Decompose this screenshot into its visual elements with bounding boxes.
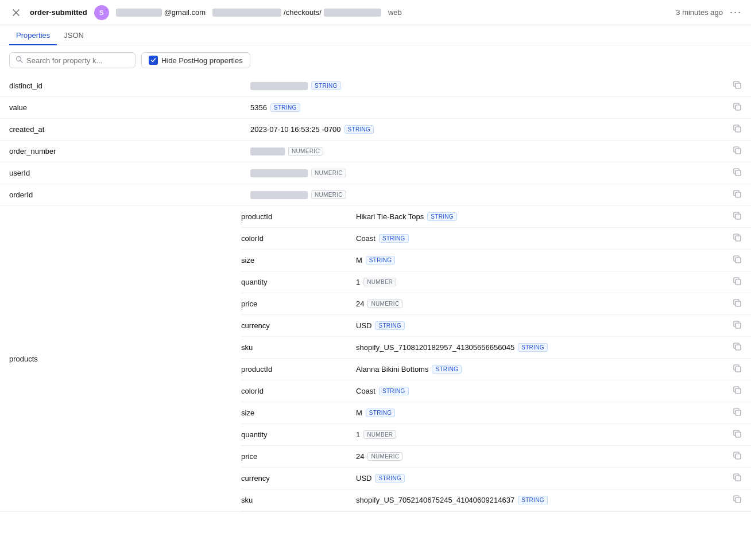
table-row: userId NUMERIC — [0, 162, 751, 184]
event-name: order-submitted — [30, 8, 87, 17]
hide-posthog-checkbox[interactable] — [149, 56, 158, 65]
hide-posthog-button[interactable]: Hide PostHog properties — [141, 52, 250, 68]
prop-key: userId — [0, 162, 241, 184]
svg-rect-7 — [735, 192, 741, 197]
sub-prop-value-cell: 24 NUMERIC — [356, 293, 730, 315]
close-button[interactable] — [9, 6, 23, 20]
sub-prop-key: size — [241, 250, 356, 271]
prop-value-cell: NUMERIC — [241, 141, 723, 162]
svg-rect-11 — [735, 279, 741, 285]
type-badge: STRING — [427, 212, 457, 221]
copy-button[interactable] — [733, 82, 742, 91]
prop-value-cell: NUMERIC — [241, 184, 723, 206]
copy-cell — [730, 315, 751, 337]
copy-button[interactable] — [733, 344, 742, 353]
type-badge: NUMBER — [363, 278, 396, 286]
copy-button[interactable] — [733, 191, 742, 200]
sub-prop-value: shopify_US_7052140675245_41040609214637 — [356, 496, 514, 504]
copy-button[interactable] — [733, 126, 742, 135]
table-row: created_at 2023-07-10 16:53:25 -0700 STR… — [0, 119, 751, 141]
svg-rect-12 — [735, 301, 741, 306]
toolbar: Hide PostHog properties — [0, 45, 751, 75]
email-domain: @gmail.com — [164, 8, 206, 17]
properties-table: distinct_id STRING value 5356 STRING — [0, 75, 751, 512]
search-box[interactable] — [9, 52, 136, 68]
copy-button[interactable] — [733, 365, 742, 375]
type-badge: NUMERIC — [367, 452, 402, 461]
redacted-value — [250, 169, 308, 177]
sub-prop-value-cell: 1 NUMBER — [356, 424, 730, 446]
timestamp: 3 minutes ago — [676, 8, 723, 17]
copy-button[interactable] — [733, 496, 742, 505]
sub-prop-value-cell: Coast STRING — [356, 380, 730, 402]
svg-rect-16 — [735, 388, 741, 394]
sub-table-row: sku shopify_US_7052140675245_41040609214… — [241, 489, 751, 511]
type-badge: STRING — [375, 474, 405, 483]
copy-button[interactable] — [733, 387, 742, 396]
sub-prop-key: size — [241, 402, 356, 424]
products-value-cell: productId Hikari Tie-Back Tops STRING — [241, 206, 751, 512]
svg-rect-6 — [735, 170, 741, 176]
copy-cell — [730, 468, 751, 489]
copy-cell — [730, 206, 751, 228]
copy-button[interactable] — [733, 409, 742, 418]
copy-button[interactable] — [733, 278, 742, 287]
copy-button[interactable] — [733, 147, 742, 157]
sub-prop-key: quantity — [241, 271, 356, 293]
copy-button[interactable] — [733, 104, 742, 113]
sub-table-row: sku shopify_US_7108120182957_41305656656… — [241, 337, 751, 359]
prop-key: distinct_id — [0, 75, 241, 97]
table-row: order_number NUMERIC — [0, 141, 751, 162]
copy-cell — [723, 119, 751, 141]
copy-button[interactable] — [733, 322, 742, 331]
sub-prop-value: Hikari Tie-Back Tops — [356, 212, 424, 221]
copy-button[interactable] — [733, 453, 742, 462]
svg-rect-14 — [735, 345, 741, 350]
svg-rect-13 — [735, 323, 741, 328]
copy-cell — [730, 293, 751, 315]
prop-value-cell: NUMERIC — [241, 162, 723, 184]
sub-prop-value-cell: Coast STRING — [356, 228, 730, 250]
top-bar: order-submitted S @gmail.com /checkouts/… — [0, 0, 751, 25]
sub-prop-value: Coast — [356, 387, 376, 395]
copy-button[interactable] — [733, 169, 742, 178]
tab-properties[interactable]: Properties — [9, 25, 57, 45]
sub-table-row: size M STRING — [241, 250, 751, 271]
copy-button[interactable] — [733, 475, 742, 484]
email-field: @gmail.com — [116, 8, 206, 17]
copy-button[interactable] — [733, 431, 742, 440]
sub-prop-value: 24 — [356, 300, 364, 308]
sub-prop-value: Coast — [356, 234, 376, 243]
sub-prop-value-cell: M STRING — [356, 250, 730, 271]
tab-json[interactable]: JSON — [57, 25, 91, 45]
prop-value-cell: 5356 STRING — [241, 97, 723, 119]
svg-rect-17 — [735, 410, 741, 415]
prop-key: value — [0, 97, 241, 119]
search-input[interactable] — [26, 56, 129, 65]
sub-prop-value: 24 — [356, 452, 364, 461]
sub-table-row: price 24 NUMERIC — [241, 446, 751, 468]
copy-button[interactable] — [733, 235, 742, 244]
svg-rect-15 — [735, 367, 741, 372]
prop-value: 5356 — [250, 103, 267, 112]
type-badge: STRING — [270, 103, 300, 112]
svg-rect-19 — [735, 454, 741, 459]
svg-rect-5 — [735, 149, 741, 154]
copy-button[interactable] — [733, 213, 742, 222]
redacted-value — [250, 82, 308, 90]
copy-cell — [730, 446, 751, 468]
platform: web — [388, 8, 402, 17]
copy-cell — [723, 75, 751, 97]
copy-cell — [730, 489, 751, 511]
sub-prop-key: productId — [241, 206, 356, 228]
copy-cell — [730, 402, 751, 424]
sub-prop-key: price — [241, 293, 356, 315]
copy-button[interactable] — [733, 300, 742, 309]
more-options-button[interactable]: ··· — [730, 6, 742, 18]
type-badge: NUMERIC — [311, 169, 346, 177]
type-badge: STRING — [379, 387, 409, 395]
prop-key: orderId — [0, 184, 241, 206]
type-badge: STRING — [518, 343, 548, 352]
table-row: value 5356 STRING — [0, 97, 751, 119]
copy-button[interactable] — [733, 256, 742, 266]
